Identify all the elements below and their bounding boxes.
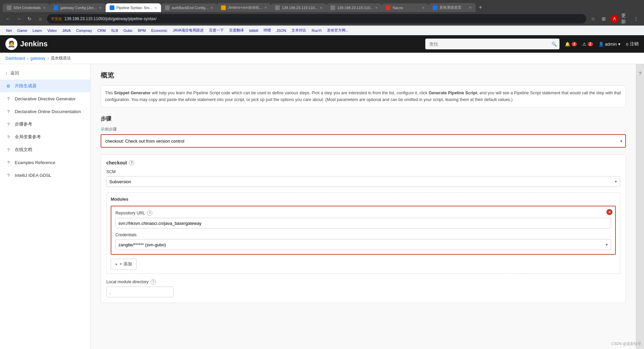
user-menu-button[interactable]: 👤 admin ▾ <box>598 42 621 47</box>
step-select[interactable]: checkout: Check out from version control <box>101 134 626 148</box>
sidebar-item-examples-ref[interactable]: ? Examples Reference <box>0 156 90 169</box>
question-icon-6: ? <box>5 159 11 165</box>
tab-pipeline[interactable]: Pipeline Syntax: Sni... ✕ <box>106 3 161 12</box>
bookmark-java-project[interactable]: JAVA项目每周跟进 <box>171 27 206 34</box>
back-button[interactable]: ← <box>4 15 12 23</box>
tab-ip1[interactable]: 139.198.23.115:110... ✕ <box>271 3 326 12</box>
profile-button[interactable]: A <box>610 15 619 23</box>
reload-button[interactable]: ↻ <box>25 15 34 23</box>
tab-close-ruoyi[interactable]: ✕ <box>469 6 472 9</box>
breadcrumb-gateway[interactable]: gateway <box>31 56 46 61</box>
sidebar-back-label: 返回 <box>10 70 19 76</box>
bookmark-game[interactable]: Game <box>15 28 29 33</box>
right-help-icon[interactable]: ? <box>639 71 642 76</box>
module-close-button[interactable]: ✕ <box>606 209 612 215</box>
add-button[interactable]: + + 添加 <box>111 259 137 269</box>
bookmark-economic[interactable]: Economic <box>149 28 169 33</box>
tab-ip2[interactable]: 139.198.23.115:110... ✕ <box>326 3 382 12</box>
credentials-select[interactable]: zangtie/****** (svn-gubo) <box>115 239 611 250</box>
tab-close-ip2[interactable]: ✕ <box>375 6 378 10</box>
tab-close-jenkins-svn[interactable]: ✕ <box>264 6 267 9</box>
home-button[interactable]: ⌂ <box>36 15 44 23</box>
local-module-help-icon[interactable]: ? <box>151 279 156 285</box>
sidebar-item-intellij-gdsl[interactable]: ? IntelliJ IDEA GDSL <box>0 169 90 182</box>
repo-url-help-icon[interactable]: ? <box>147 210 152 216</box>
bookmark-bili[interactable]: 哔哩 <box>262 27 273 34</box>
tab-label-nacos: Nacos <box>392 6 420 10</box>
right-help-panel: ? <box>636 64 644 349</box>
breadcrumb-sep-1: › <box>27 56 29 61</box>
checkout-help-icon[interactable]: ? <box>129 160 134 165</box>
update-button[interactable]: 更新 <box>621 15 629 23</box>
bookmark-slb[interactable]: SLB <box>109 28 120 33</box>
tab-label-ip1: 139.198.23.115:110... <box>282 6 318 10</box>
bookmark-crm[interactable]: CRM <box>95 28 108 33</box>
new-tab-button[interactable]: + <box>476 3 485 12</box>
sidebar-item-declarative-docs[interactable]: ? Declarative Online Documentation <box>0 105 90 118</box>
sidebar-back-button[interactable]: ↑ 返回 <box>0 67 90 80</box>
tab-ssh[interactable]: SSH Credentials ✕ <box>3 3 50 12</box>
logout-button[interactable]: ⎋ 注销 <box>626 41 639 47</box>
tab-ruoyi[interactable]: 若依系统首页 ✕ <box>429 3 476 12</box>
bookmark-json[interactable]: JSON <box>274 28 288 33</box>
plus-icon: + <box>115 262 118 267</box>
sidebar-item-online-docs-label: 在线文档 <box>15 147 32 153</box>
alerts-badge: 2 <box>588 42 593 46</box>
search-icon: 🔍 <box>551 42 557 47</box>
bookmark-baidu[interactable]: 百度一下 <box>207 27 226 34</box>
intro-text-bold1: Snippet Generator <box>114 91 151 95</box>
alerts-button[interactable]: ⚠ 2 <box>582 42 593 47</box>
bookmark-button[interactable]: ☆ <box>589 15 597 23</box>
intro-text-part2: will help you learn the Pipeline Script … <box>151 91 429 95</box>
sidebar-item-steps-ref[interactable]: ? 步骤参考 <box>0 118 90 131</box>
repo-url-label: Repository URL ? <box>115 210 611 216</box>
tab-close-nacos[interactable]: ✕ <box>422 6 425 10</box>
tab-close-pipeline[interactable]: ✕ <box>154 6 157 10</box>
forward-button[interactable]: → <box>15 15 23 23</box>
tab-gateway[interactable]: gateway Config [Jen... ✕ <box>50 3 106 12</box>
bookmark-learn[interactable]: Learn <box>31 28 44 33</box>
bookmarks-bar: Net Game Learn Video JAVA Compnay CRM SL… <box>0 26 644 35</box>
breadcrumb: Dashboard › gateway › 流水线语法 <box>0 53 644 64</box>
tab-auth[interactable]: authBackEnd Config... ✕ <box>161 3 217 12</box>
bookmark-bilibili[interactable]: bilibili <box>247 28 260 33</box>
local-module-label-text: Local module directory <box>106 280 149 284</box>
logout-label: 注销 <box>630 41 639 47</box>
menu-button[interactable]: ⋮ <box>632 15 640 23</box>
bookmark-video[interactable]: Video <box>45 28 59 33</box>
scm-select[interactable]: Subversion <box>106 176 620 187</box>
bookmark-gubo[interactable]: Gubo <box>121 28 135 33</box>
bookmark-bpm[interactable]: BPM <box>136 28 148 33</box>
local-module-input[interactable] <box>106 287 173 297</box>
tab-close-ssh[interactable]: ✕ <box>43 6 46 10</box>
username-label: admin <box>605 42 617 47</box>
bookmark-ruoyi[interactable]: RuoYi <box>310 28 324 33</box>
bookmark-net[interactable]: Net <box>4 28 14 33</box>
tab-label-ruoyi: 若依系统首页 <box>439 5 467 10</box>
bookmark-baidu-translate[interactable]: 百度翻译 <box>227 27 246 34</box>
tab-close-ip1[interactable]: ✕ <box>320 6 322 10</box>
tab-close-gateway[interactable]: ✕ <box>99 6 102 10</box>
question-icon-1: ? <box>5 96 11 102</box>
sidebar-item-online-docs[interactable]: ? 在线文档 <box>0 143 90 156</box>
add-button-label: + 添加 <box>120 261 132 267</box>
sidebar-item-global-var[interactable]: ? 全局变量参考 <box>0 131 90 143</box>
address-input[interactable]: 不安全 139.198.23.115:11050/job/gateway/pip… <box>47 14 586 23</box>
jenkins-search-input[interactable] <box>425 39 559 49</box>
bookmark-ruoyi-official[interactable]: 若依官方网... <box>325 27 351 34</box>
question-icon-3: ? <box>5 121 11 127</box>
watermark: CSDN @蓝影快哥 <box>611 341 641 346</box>
tab-nacos[interactable]: Nacos ✕ <box>382 3 429 12</box>
repo-url-input[interactable] <box>115 218 611 229</box>
sidebar-item-snippet[interactable]: ⚙ 片段生成器 <box>0 80 90 92</box>
breadcrumb-dashboard[interactable]: Dashboard <box>5 56 25 61</box>
bookmark-compnay[interactable]: Compnay <box>74 28 94 33</box>
sidebar-item-declarative-directive[interactable]: ? Declarative Directive Generator <box>0 92 90 105</box>
notifications-button[interactable]: 🔔 2 <box>565 42 577 47</box>
tab-jenkins-svn[interactable]: Jenkins+svn自动化... ✕ <box>217 3 271 12</box>
bookmark-text-compare[interactable]: 文本对比 <box>289 27 308 34</box>
bookmark-java[interactable]: JAVA <box>60 28 73 33</box>
tab-close-auth[interactable]: ✕ <box>210 6 213 10</box>
extensions-button[interactable]: ⊞ <box>600 15 608 23</box>
tab-favicon-jenkins-svn <box>221 5 226 10</box>
